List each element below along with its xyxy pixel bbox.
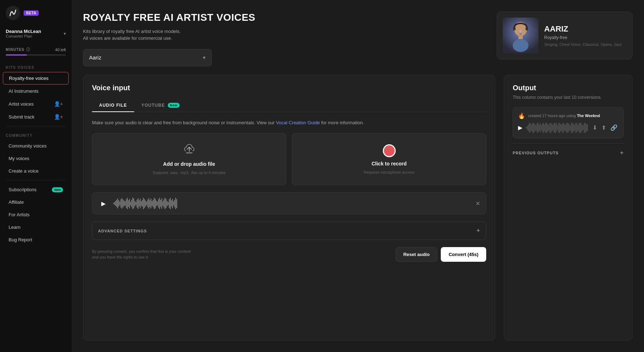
waveform-bar [141,201,142,206]
waveform-bar [128,200,129,207]
sidebar-item-for-artists[interactable]: For Artists [3,209,69,221]
sidebar-item-artist-voices[interactable]: Artist voices 👤+ [3,98,69,110]
minutes-progress-bar [6,54,66,56]
waveform-bar [118,200,119,207]
output-waveform-bar [566,124,566,132]
output-waveform-bar [570,125,571,130]
sidebar-item-learn[interactable]: Learn [3,221,69,233]
play-button[interactable]: ▶ [98,198,109,209]
advanced-settings-row[interactable]: ADVANCED SETTINGS + [92,222,486,240]
output-actions: ⬇ ⬆ 🔗 [592,124,618,132]
output-waveform-bar [528,124,529,131]
waveform-bar [167,201,167,206]
record-inner [387,148,392,153]
plus-icon: + [476,227,480,235]
tabs-row: AUDIO FILE YOUTUBE New [92,99,486,112]
link-button[interactable]: 🔗 [610,124,618,132]
upload-title: Add or drop audio file [163,161,215,167]
learn-label: Learn [9,225,20,230]
sidebar-item-affiliate[interactable]: Affiliate [3,196,69,208]
user-menu[interactable]: Deanna McLean Converter Plan ▾ [0,26,72,44]
create-voice-label: Create a voice [9,168,39,174]
artist-image [503,18,538,53]
record-button-circle[interactable] [383,144,396,157]
waveform-bar [121,199,121,208]
voice-input-panel: Voice input AUDIO FILE YOUTUBE New Make … [83,75,495,341]
waveform-bar [151,198,151,208]
sidebar-item-community-voices[interactable]: Community voices [3,140,69,152]
chevron-down-icon: ▾ [64,31,66,36]
record-title: Click to record [371,161,406,167]
waveform-bar [150,200,150,207]
output-waveform-bar [532,123,533,133]
sidebar-item-ai-instruments[interactable]: AI Instruments [3,85,69,97]
voice-dropdown[interactable]: Aariz ▾ [83,49,212,66]
sidebar-item-my-voices[interactable]: My voices [3,153,69,164]
record-subtitle: Requires microphone access [364,170,415,174]
add-user-icon: 👤+ [54,101,63,107]
waveform-bar [161,198,162,209]
waveform-bar [174,200,175,207]
sidebar-item-create-voice[interactable]: Create a voice [3,165,69,177]
sidebar-item-submit-track[interactable]: Submit track 👤+ [3,111,69,123]
output-waveform-bar [576,123,577,132]
artist-info: AARIZ Royalty-free Singing, Chest Voice,… [544,24,622,47]
convert-button[interactable]: Convert (45s) [441,247,486,262]
waveform-bar [154,198,155,209]
output-waveform-bar [557,125,558,130]
waveform-bar [158,199,159,208]
waveform-bar [173,201,174,206]
bottom-bar-btns: Reset audio Convert (45s) [396,247,486,262]
sidebar-item-subscriptions[interactable]: Subscriptions New [3,184,69,196]
reset-audio-button[interactable]: Reset audio [396,247,437,262]
waveform-bar [166,199,166,208]
waveform-bar [176,199,177,208]
community-voices-label: Community voices [9,143,47,149]
output-waveform-bar [569,124,570,131]
subtitle-line2: All voices are available for commercial … [83,35,488,42]
waveform-bar [124,201,125,206]
waveform-row: ▶ ✕ [92,192,486,214]
tab-audio-label: AUDIO FILE [99,103,127,108]
svg-rect-4 [526,27,528,30]
waveform-bar [113,203,114,204]
tab-youtube[interactable]: YOUTUBE New [134,99,187,112]
output-waveform-bar [584,123,585,133]
waveform-bar [125,201,126,206]
output-waveform-bar [545,123,546,133]
share-button[interactable]: ⬆ [601,124,607,132]
top-section: ROYALTY FREE AI ARTIST VOICES Kits libra… [72,0,644,75]
record-card[interactable]: Click to record Requires microphone acce… [292,133,486,185]
upload-file-card[interactable]: Add or drop audio file Supports .wav, .m… [92,133,286,185]
waveform-bar [160,200,161,207]
waveform-bar [114,202,115,205]
output-waveform-bar [552,124,552,131]
minutes-section: MINUTES ⓘ 40 left [0,44,72,61]
logo-area: BETA [0,6,72,26]
output-waveform-bar [537,123,537,132]
output-waveform-bar [551,123,551,133]
user-name: Deanna McLean [6,29,41,34]
output-waveform-bar [543,123,544,133]
waveform-bar [122,198,122,209]
output-waveform-bar [540,123,541,132]
artist-name: AARIZ [544,24,622,34]
tab-audio-file[interactable]: AUDIO FILE [92,99,134,112]
sidebar-item-royalty-free[interactable]: Royalty-free voices [3,72,69,85]
user-info: Deanna McLean Converter Plan [6,29,41,38]
output-waveform-bar [579,123,579,132]
my-voices-label: My voices [9,156,29,161]
bottom-bar: By pressing convert, you confirm that th… [92,247,486,262]
output-waveform-bar [562,123,563,133]
download-button[interactable]: ⬇ [592,124,598,132]
waveform-bar [133,198,134,208]
vocal-creation-guide-link[interactable]: Vocal Creation Guide [276,120,320,125]
output-play-button[interactable]: ▶ [518,124,522,131]
output-waveform-bar [531,125,532,131]
close-waveform-button[interactable]: ✕ [475,200,480,207]
output-waveform-bar [571,123,572,133]
output-waveform-bar [577,125,578,131]
sidebar-item-bug-report[interactable]: Bug Report [3,234,69,246]
output-waveform-bar [556,123,557,132]
previous-outputs-row[interactable]: PREVIOUS OUTPUTS + [513,143,624,157]
